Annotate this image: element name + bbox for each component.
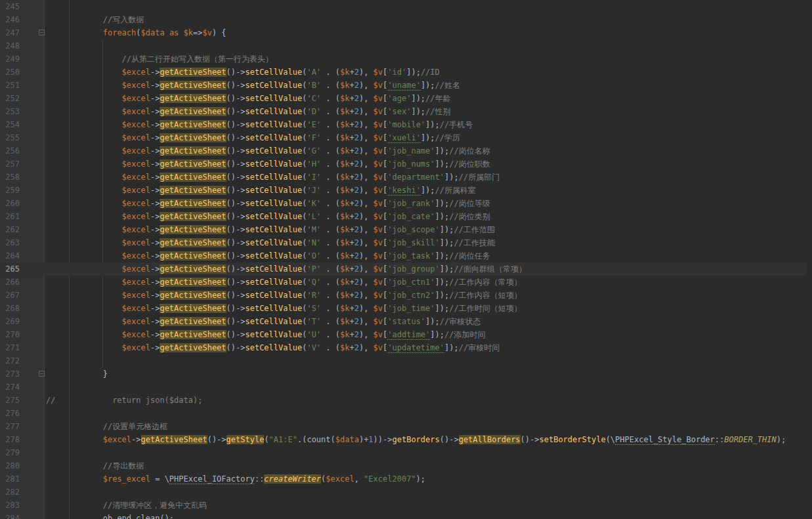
line-number[interactable]: 279 — [0, 446, 20, 459]
line-number[interactable]: 269 — [0, 315, 20, 328]
line-number[interactable]: 267 — [0, 289, 20, 302]
code-line: 269 $excel->getActiveSheet()->setCellVal… — [0, 315, 812, 328]
code-line: 247 foreach($data as $k=>$v) { — [0, 26, 812, 39]
line-number[interactable]: 261 — [0, 210, 20, 223]
code-line-text[interactable]: $excel->getActiveSheet()->setCellValue('… — [46, 144, 490, 157]
code-lines: 245246 //写入数据247 foreach($data as $k=>$v… — [0, 0, 812, 519]
code-line-text[interactable]: $excel->getActiveSheet()->setCellValue('… — [46, 341, 500, 354]
code-line: 281 $res_excel = \PHPExcel_IOFactory::cr… — [0, 472, 812, 486]
code-line-text[interactable]: $excel->getActiveSheet()->setCellValue('… — [46, 131, 460, 144]
line-number[interactable]: 254 — [0, 118, 20, 131]
line-number[interactable]: 276 — [0, 407, 20, 420]
code-line: 272 — [0, 354, 812, 367]
code-line: 252 $excel->getActiveSheet()->setCellVal… — [0, 92, 812, 105]
line-number[interactable]: 274 — [0, 381, 20, 394]
code-line: 260 $excel->getActiveSheet()->setCellVal… — [0, 197, 812, 210]
code-line: 257 $excel->getActiveSheet()->setCellVal… — [0, 157, 812, 171]
code-line-text[interactable]: //导出数据 — [46, 459, 144, 472]
code-line-text[interactable]: $excel->getActiveSheet()->setCellValue('… — [46, 328, 485, 341]
code-line: 270 $excel->getActiveSheet()->setCellVal… — [0, 328, 812, 341]
code-line: 275// return json($data); — [0, 394, 812, 407]
code-line-text[interactable]: //从第二行开始写入数据（第一行为表头） — [46, 52, 273, 66]
line-number[interactable]: 252 — [0, 92, 20, 105]
code-line: 267 $excel->getActiveSheet()->setCellVal… — [0, 289, 812, 302]
code-line-text[interactable]: //设置单元格边框 — [46, 420, 167, 433]
line-number[interactable]: 284 — [0, 512, 20, 519]
code-line-text[interactable]: // return json($data); — [46, 394, 202, 407]
code-line-text[interactable]: $excel->getActiveSheet()->setCellValue('… — [46, 236, 495, 249]
code-line-text[interactable]: $excel->getActiveSheet()->setCellValue('… — [46, 302, 522, 315]
line-number[interactable]: 271 — [0, 341, 20, 354]
line-number[interactable]: 270 — [0, 328, 20, 341]
line-number[interactable]: 273 — [0, 367, 20, 381]
code-line-text[interactable]: $excel->getActiveSheet()->setCellValue('… — [46, 157, 490, 171]
code-line-text[interactable]: $excel->getActiveSheet()->setCellValue('… — [46, 289, 522, 302]
line-number[interactable]: 265 — [0, 262, 20, 276]
line-number[interactable]: 250 — [0, 66, 20, 79]
line-number[interactable]: 262 — [0, 223, 20, 236]
line-number[interactable]: 280 — [0, 459, 20, 472]
code-line-text[interactable]: $excel->getActiveSheet()->setCellValue('… — [46, 249, 490, 262]
fold-marker-icon[interactable] — [39, 371, 45, 377]
code-line-text[interactable]: //清理缓冲区，避免中文乱码 — [46, 499, 207, 512]
line-number[interactable]: 281 — [0, 472, 20, 486]
code-line: 276 — [0, 407, 812, 420]
fold-marker-icon[interactable] — [39, 30, 45, 35]
code-line-text[interactable]: $excel->getActiveSheet()->setCellValue('… — [46, 118, 473, 131]
line-number[interactable]: 263 — [0, 236, 20, 249]
line-number[interactable]: 257 — [0, 157, 20, 171]
code-line: 251 $excel->getActiveSheet()->setCellVal… — [0, 79, 812, 92]
line-number[interactable]: 264 — [0, 249, 20, 262]
line-number[interactable]: 278 — [0, 433, 20, 446]
line-number[interactable]: 259 — [0, 184, 20, 197]
line-number[interactable]: 272 — [0, 354, 20, 367]
line-number[interactable]: 253 — [0, 105, 20, 118]
line-number[interactable]: 255 — [0, 131, 20, 144]
line-number[interactable]: 277 — [0, 420, 20, 433]
code-line: 245 — [0, 0, 812, 13]
line-number[interactable]: 251 — [0, 79, 20, 92]
code-line-text[interactable]: $excel->getActiveSheet()->setCellValue('… — [46, 171, 500, 184]
code-line-text[interactable]: $excel->getActiveSheet()->setCellValue('… — [46, 197, 490, 210]
code-line: 258 $excel->getActiveSheet()->setCellVal… — [0, 171, 812, 184]
line-number[interactable]: 275 — [0, 394, 20, 407]
line-number[interactable]: 247 — [0, 26, 20, 39]
code-line-text[interactable]: ob_end_clean(); — [46, 512, 174, 519]
code-line-text[interactable]: $excel->getActiveSheet()->setCellValue('… — [46, 223, 495, 236]
code-line-text[interactable]: $excel->getActiveSheet()->setCellValue('… — [46, 79, 460, 92]
code-line-text[interactable]: $excel->getActiveSheet()->setCellValue('… — [46, 262, 526, 276]
line-number[interactable]: 246 — [0, 13, 20, 26]
line-number[interactable]: 258 — [0, 171, 20, 184]
code-line-text[interactable]: $excel->getActiveSheet()->setCellValue('… — [46, 66, 440, 79]
code-line: 254 $excel->getActiveSheet()->setCellVal… — [0, 118, 812, 131]
line-number[interactable]: 266 — [0, 276, 20, 289]
code-line: 248 — [0, 39, 812, 52]
code-line-text[interactable]: } — [46, 367, 108, 381]
line-number[interactable]: 256 — [0, 144, 20, 157]
line-number[interactable]: 260 — [0, 197, 20, 210]
code-line: 263 $excel->getActiveSheet()->setCellVal… — [0, 236, 812, 249]
code-line-text[interactable]: $excel->getActiveSheet()->setCellValue('… — [46, 105, 451, 118]
code-line-text[interactable]: $res_excel = \PHPExcel_IOFactory::create… — [46, 472, 425, 486]
code-line: 280 //导出数据 — [0, 459, 812, 472]
line-number[interactable]: 245 — [0, 0, 20, 13]
line-number[interactable]: 283 — [0, 499, 20, 512]
code-line-text[interactable]: $excel->getActiveSheet()->setCellValue('… — [46, 92, 451, 105]
line-number[interactable]: 248 — [0, 39, 20, 52]
code-line-text[interactable]: $excel->getActiveSheet()->setCellValue('… — [46, 184, 476, 197]
line-number[interactable]: 282 — [0, 486, 20, 499]
code-line-text[interactable]: $excel->getActiveSheet()->getStyle("A1:E… — [46, 433, 786, 446]
code-line-text[interactable]: foreach($data as $k=>$v) { — [46, 26, 226, 39]
code-line: 259 $excel->getActiveSheet()->setCellVal… — [0, 184, 812, 197]
code-line: 246 //写入数据 — [0, 13, 812, 26]
code-line: 265 $excel->getActiveSheet()->setCellVal… — [0, 262, 812, 276]
code-line-text[interactable]: $excel->getActiveSheet()->setCellValue('… — [46, 210, 490, 223]
code-line: 249 //从第二行开始写入数据（第一行为表头） — [0, 52, 812, 66]
line-number[interactable]: 268 — [0, 302, 20, 315]
line-number[interactable]: 249 — [0, 52, 20, 66]
code-line-text[interactable]: //写入数据 — [46, 13, 144, 26]
code-line-text[interactable]: $excel->getActiveSheet()->setCellValue('… — [46, 276, 522, 289]
code-line: 255 $excel->getActiveSheet()->setCellVal… — [0, 131, 812, 144]
code-line: 278 $excel->getActiveSheet()->getStyle("… — [0, 433, 812, 446]
code-line-text[interactable]: $excel->getActiveSheet()->setCellValue('… — [46, 315, 481, 328]
